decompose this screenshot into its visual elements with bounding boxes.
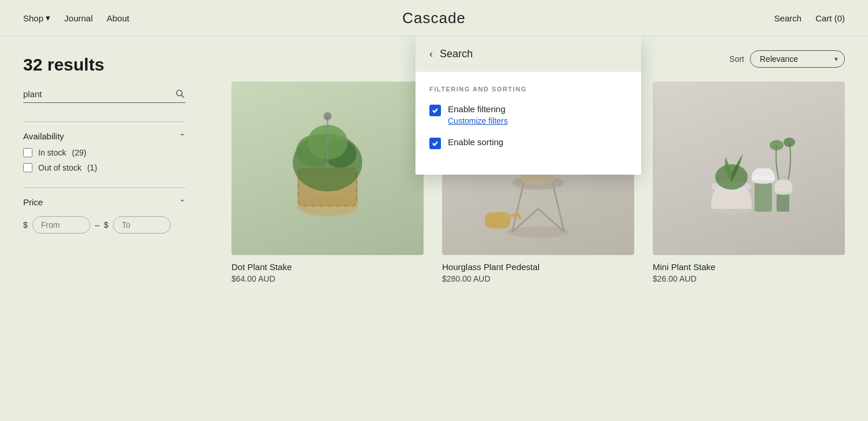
price-currency-to: $ bbox=[104, 220, 109, 230]
main-content: Sort Relevance Price: Low to High Price:… bbox=[208, 36, 868, 421]
enable-filtering-content: Enable filtering Customize filters bbox=[448, 104, 507, 125]
price-inputs: $ – $ bbox=[23, 216, 185, 234]
site-title: Cascade bbox=[402, 9, 466, 27]
dropdown-body: FILTERING AND SORTING Enable filtering C… bbox=[415, 72, 641, 175]
svg-point-0 bbox=[176, 90, 182, 96]
shop-label: Shop bbox=[23, 13, 43, 23]
product-name: Mini Plant Stake bbox=[653, 262, 845, 272]
svg-line-13 bbox=[553, 183, 564, 232]
sidebar: 32 results Availability ⌃ In stock (29) … bbox=[0, 36, 208, 421]
svg-line-12 bbox=[512, 183, 524, 232]
price-from-input[interactable] bbox=[32, 216, 90, 234]
search-dropdown-panel: ‹ Search FILTERING AND SORTING Enable fi… bbox=[415, 36, 641, 175]
site-title-container: Cascade bbox=[402, 9, 466, 27]
availability-header[interactable]: Availability ⌃ bbox=[23, 131, 185, 141]
product-image bbox=[231, 82, 424, 255]
svg-line-1 bbox=[182, 95, 184, 98]
dropdown-title: Search bbox=[440, 48, 473, 60]
search-button[interactable]: Search bbox=[774, 13, 802, 23]
availability-filter: Availability ⌃ In stock (29) Out of stoc… bbox=[23, 121, 185, 187]
product-card[interactable]: Mini Plant Stake $26.00 AUD bbox=[653, 82, 845, 283]
enable-filtering-option: Enable filtering Customize filters bbox=[429, 104, 627, 125]
price-currency-from: $ bbox=[23, 220, 28, 230]
svg-point-28 bbox=[770, 140, 784, 150]
sort-select[interactable]: Relevance Price: Low to High Price: High… bbox=[750, 50, 845, 68]
sort-wrapper: Relevance Price: Low to High Price: High… bbox=[750, 50, 845, 68]
journal-link[interactable]: Journal bbox=[64, 13, 93, 23]
price-separator: – bbox=[95, 220, 100, 230]
product-price: $280.00 AUD bbox=[442, 274, 634, 283]
product-name: Dot Plant Stake bbox=[231, 262, 424, 272]
svg-rect-20 bbox=[485, 212, 510, 228]
enable-sorting-label: Enable sorting bbox=[448, 137, 503, 147]
enable-filtering-label: Enable filtering bbox=[448, 104, 507, 114]
out-of-stock-label: Out of stock bbox=[38, 163, 82, 172]
svg-point-10 bbox=[323, 112, 332, 120]
price-label: Price bbox=[23, 197, 43, 207]
back-arrow-icon[interactable]: ‹ bbox=[429, 48, 433, 60]
product-name: Hourglass Plant Pedestal bbox=[442, 262, 634, 272]
product-price: $26.00 AUD bbox=[653, 274, 845, 283]
svg-rect-25 bbox=[777, 194, 789, 212]
enable-sorting-content: Enable sorting bbox=[448, 137, 503, 147]
in-stock-label: In stock bbox=[38, 148, 66, 157]
product-illustration bbox=[691, 93, 807, 243]
search-input[interactable] bbox=[23, 89, 175, 99]
price-header[interactable]: Price ⌃ bbox=[23, 197, 185, 207]
in-stock-option[interactable]: In stock (29) bbox=[23, 148, 185, 157]
about-link[interactable]: About bbox=[106, 13, 129, 23]
availability-label: Availability bbox=[23, 131, 64, 141]
product-price: $64.00 AUD bbox=[231, 274, 424, 283]
site-header: Shop ▾ Journal About Cascade Search Cart… bbox=[0, 0, 868, 36]
shop-chevron-icon: ▾ bbox=[46, 13, 50, 23]
out-of-stock-checkbox[interactable] bbox=[23, 163, 32, 172]
dropdown-section-title: FILTERING AND SORTING bbox=[429, 86, 627, 93]
svg-rect-24 bbox=[755, 183, 772, 212]
dropdown-header[interactable]: ‹ Search bbox=[415, 36, 641, 72]
search-bar bbox=[23, 88, 185, 103]
out-of-stock-count: (1) bbox=[87, 163, 97, 172]
search-icon[interactable] bbox=[175, 88, 185, 99]
cart-button[interactable]: Cart (0) bbox=[815, 13, 845, 23]
out-of-stock-option[interactable]: Out of stock (1) bbox=[23, 163, 185, 172]
nav-right: Search Cart (0) bbox=[774, 13, 845, 23]
enable-filtering-checkbox[interactable] bbox=[429, 105, 441, 116]
in-stock-checkbox[interactable] bbox=[23, 148, 32, 157]
product-image bbox=[653, 82, 845, 255]
page-layout: 32 results Availability ⌃ In stock (29) … bbox=[0, 36, 868, 421]
sort-label: Sort bbox=[729, 54, 744, 64]
nav-left: Shop ▾ Journal About bbox=[23, 13, 129, 23]
availability-chevron-icon: ⌃ bbox=[179, 132, 185, 141]
price-chevron-icon: ⌃ bbox=[179, 198, 185, 206]
in-stock-count: (29) bbox=[72, 148, 86, 157]
price-to-input[interactable] bbox=[113, 216, 171, 234]
customize-filters-link[interactable]: Customize filters bbox=[448, 116, 507, 125]
enable-sorting-checkbox[interactable] bbox=[429, 138, 441, 149]
results-count: 32 results bbox=[23, 55, 185, 75]
shop-menu[interactable]: Shop ▾ bbox=[23, 13, 50, 23]
product-card[interactable]: Dot Plant Stake $64.00 AUD bbox=[231, 82, 424, 283]
product-illustration bbox=[275, 93, 380, 243]
svg-point-29 bbox=[784, 138, 795, 147]
enable-sorting-option: Enable sorting bbox=[429, 137, 627, 149]
price-filter: Price ⌃ $ – $ bbox=[23, 187, 185, 243]
